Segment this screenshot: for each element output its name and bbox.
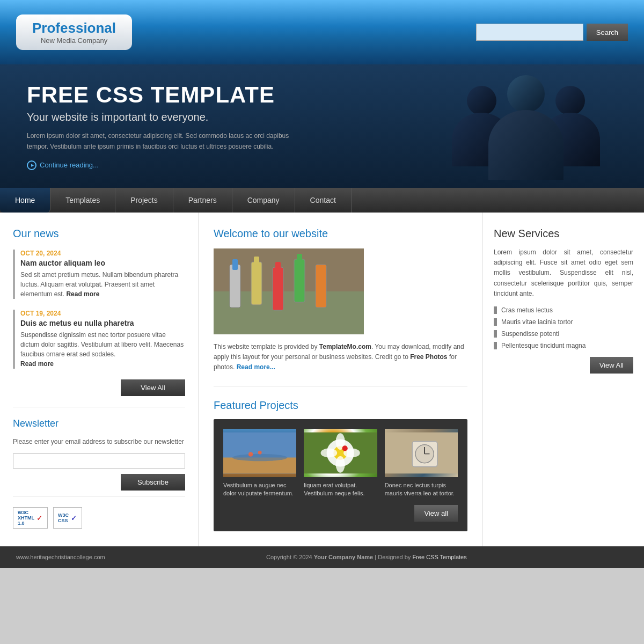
project-caption-1: Vestibulum a augue nec dolor vulputate f…: [223, 481, 296, 498]
service-label-2: Mauris vitae lacinia tortor: [501, 318, 573, 326]
newsletter-description: Please enter your email address to subsc…: [13, 437, 185, 447]
svg-point-14: [248, 452, 253, 457]
footer-left: www.heritagechristiancollege.com: [16, 554, 105, 560]
project-thumb-1: [223, 429, 296, 477]
news-bar-2: [13, 310, 15, 369]
silhouette-front-body: [488, 110, 564, 180]
news-view-all-button[interactable]: View All: [121, 379, 185, 396]
right-sidebar: New Services Lorem ipsum dolor sit amet,…: [483, 213, 644, 546]
svg-rect-10: [316, 265, 326, 308]
nav-item-contact[interactable]: Contact: [295, 188, 352, 213]
banner-subheading: Your website is important to everyone.: [27, 111, 306, 123]
company-name: Professional: [32, 20, 116, 36]
projects-section: Vestibulum a augue nec dolor vulputate f…: [214, 419, 467, 532]
svg-rect-5: [254, 257, 259, 267]
sidebar: Our news OCT 20, 2024 Nam auctor aliquam…: [0, 213, 199, 546]
css-check-icon: ✓: [71, 514, 77, 522]
nav-item-partners[interactable]: Partners: [173, 188, 232, 213]
nav-item-templates[interactable]: Templates: [50, 188, 115, 213]
banner-read-more[interactable]: Continue reading...: [27, 160, 306, 170]
news-title-2: Duis ac metus eu nulla pharetra: [20, 319, 185, 327]
welcome-text: This website template is provided by Tem…: [214, 342, 467, 373]
banner-content: FREE CSS TEMPLATE Your website is import…: [0, 66, 333, 186]
svg-rect-2: [230, 265, 240, 308]
services-list: Cras metus lectus Mauris vitae lacinia t…: [494, 306, 633, 349]
nav-item-home[interactable]: Home: [0, 188, 50, 213]
sidebar-divider-1: [13, 407, 185, 407]
service-bar-1: [494, 306, 497, 314]
sidebar-divider-2: [13, 496, 185, 496]
newsletter-email-input[interactable]: [13, 453, 185, 469]
services-view-all-area: View All: [494, 357, 633, 374]
header: Professional New Media Company Search: [0, 0, 644, 64]
service-item-2: Mauris vitae lacinia tortor: [494, 318, 633, 326]
news-read-more-2[interactable]: Read more: [20, 360, 54, 368]
search-input[interactable]: [476, 24, 583, 41]
xhtml-check-icon: ✓: [36, 514, 43, 522]
center-divider: [214, 386, 467, 386]
nav-item-projects[interactable]: Projects: [115, 188, 173, 213]
banner-heading: FREE CSS TEMPLATE: [27, 82, 306, 108]
svg-point-20: [336, 456, 345, 473]
project-caption-3: Donec nec lectus turpis mauris viverra l…: [385, 481, 458, 498]
news-title: Our news: [13, 228, 185, 240]
featured-image: [214, 248, 364, 334]
welcome-read-more[interactable]: Read more...: [237, 363, 275, 371]
newsletter-title: Newsletter: [13, 418, 185, 429]
projects-view-all-area: View all: [223, 505, 458, 522]
projects-title: Featured Projects: [214, 399, 467, 412]
silhouette-front-head: [507, 75, 545, 113]
welcome-title: Welcome to our website: [214, 228, 467, 240]
services-description: Lorem ipsum dolor sit amet, consectetur …: [494, 247, 633, 299]
news-text-1: Sed sit amet pretium metus. Nullam biben…: [20, 270, 185, 299]
svg-point-21: [321, 448, 338, 457]
tagline: New Media Company: [32, 36, 116, 45]
service-item-1: Cras metus lectus: [494, 306, 633, 314]
footer-copyright: Copyright © 2024 Your Company Name | Des…: [105, 554, 628, 560]
template-link[interactable]: TemplateMo.com: [319, 343, 371, 350]
search-button[interactable]: Search: [587, 24, 628, 41]
project-caption-2: liquam erat volutpat. Vestibulum neque f…: [304, 481, 377, 498]
project-thumb-3: [385, 429, 458, 477]
search-area: Search: [476, 24, 628, 41]
svg-rect-9: [297, 254, 302, 265]
news-item-1: OCT 20, 2024 Nam auctor aliquam leo Sed …: [13, 250, 185, 299]
news-read-more-1[interactable]: Read more: [66, 290, 99, 298]
logo: Professional New Media Company: [16, 14, 132, 50]
nav-item-company[interactable]: Company: [232, 188, 295, 213]
nav: Home Templates Projects Partners Company…: [0, 188, 644, 213]
w3c-xhtml-badge: W3CXHTML1.0 ✓: [13, 507, 48, 529]
news-date-2: OCT 19, 2024: [20, 310, 185, 317]
service-bar-4: [494, 342, 497, 349]
projects-view-all-button[interactable]: View all: [414, 505, 458, 522]
news-item-2: OCT 19, 2024 Duis ac metus eu nulla phar…: [13, 310, 185, 369]
project-thumb-2: [304, 429, 377, 477]
svg-rect-8: [294, 259, 305, 302]
silhouette-right-head: [555, 86, 585, 115]
main-content: Our news OCT 20, 2024 Nam auctor aliquam…: [0, 213, 644, 546]
project-item-1: Vestibulum a augue nec dolor vulputate f…: [223, 429, 296, 498]
play-icon: [27, 160, 36, 170]
w3c-css-badge: W3CCSS ✓: [53, 507, 82, 529]
service-label-3: Suspendisse potenti: [501, 330, 559, 338]
svg-point-15: [258, 450, 262, 454]
svg-rect-7: [275, 262, 281, 273]
project-item-3: Donec nec lectus turpis mauris viverra l…: [385, 429, 458, 498]
banner-image: [424, 64, 628, 188]
w3c-badges: W3CXHTML1.0 ✓ W3CCSS ✓: [13, 507, 185, 529]
banner-body: Lorem ipsum dolor sit amet, consectetur …: [27, 131, 306, 151]
service-bar-3: [494, 330, 497, 338]
project-item-2: liquam erat volutpat. Vestibulum neque f…: [304, 429, 377, 498]
designer-link[interactable]: Free CSS Templates: [412, 554, 466, 560]
service-label-4: Pellentesque tincidunt magna: [501, 342, 586, 349]
services-view-all-button[interactable]: View All: [590, 357, 633, 374]
news-bar-1: [13, 250, 15, 299]
subscribe-button[interactable]: Subscribe: [121, 474, 185, 491]
banner: FREE CSS TEMPLATE Your website is import…: [0, 64, 644, 188]
news-title-1: Nam auctor aliquam leo: [20, 259, 185, 267]
services-title: New Services: [494, 228, 633, 240]
photos-link[interactable]: Free Photos: [410, 353, 447, 361]
footer: www.heritagechristiancollege.com Copyrig…: [0, 546, 644, 568]
svg-point-23: [342, 445, 348, 451]
svg-point-13: [232, 453, 287, 461]
